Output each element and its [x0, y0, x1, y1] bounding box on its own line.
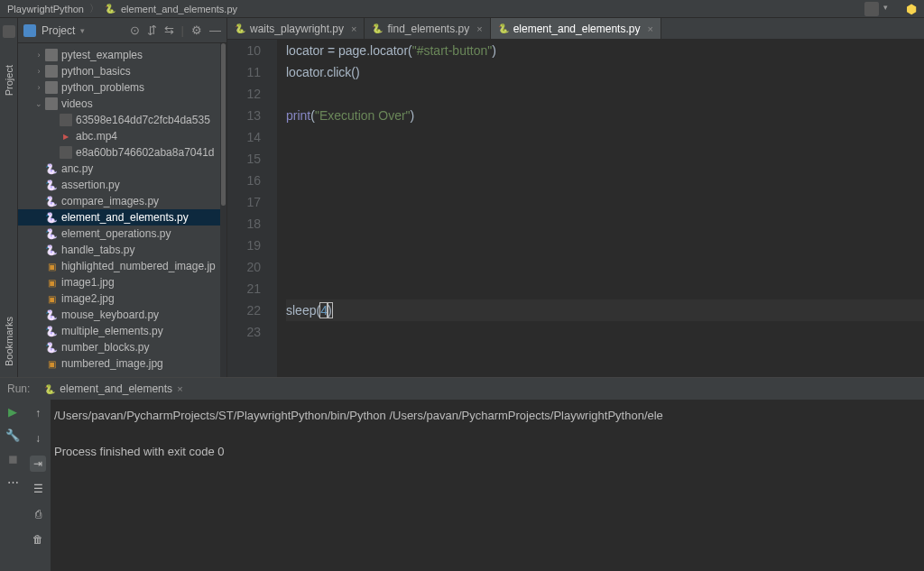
- tree-item[interactable]: handle_tabs.py: [18, 242, 226, 258]
- tree-item[interactable]: 63598e164dd7c2fcb4da535: [18, 112, 226, 128]
- tree-item-label: image2.jpg: [61, 292, 115, 305]
- python-file-icon: 🐍: [372, 23, 383, 33]
- code-editor[interactable]: 1011121314151617181920212223 locator = p…: [227, 40, 924, 377]
- more-icon[interactable]: ⋯: [5, 475, 20, 490]
- tree-item[interactable]: e8a60bb746602aba8a7041d: [18, 144, 226, 161]
- code-line[interactable]: sleep(4): [286, 299, 924, 321]
- vid-icon: [60, 130, 72, 143]
- gear-icon[interactable]: ⚙: [191, 23, 202, 37]
- code-line[interactable]: [286, 170, 924, 191]
- py-icon: [45, 195, 58, 207]
- tree-item[interactable]: ⌄videos: [18, 96, 226, 112]
- trash-icon[interactable]: 🗑: [30, 531, 46, 548]
- code-line[interactable]: [286, 213, 924, 235]
- python-icon[interactable]: ⬢: [906, 2, 917, 16]
- tree-item-label: handle_tabs.py: [61, 244, 134, 256]
- breadcrumb-file[interactable]: element_and_elements.py: [121, 4, 237, 14]
- code-line[interactable]: [286, 148, 924, 170]
- close-icon[interactable]: ×: [647, 23, 652, 34]
- down-icon[interactable]: ↓: [30, 430, 46, 447]
- tree-item[interactable]: image1.jpg: [18, 274, 226, 290]
- tree-item[interactable]: assertion.py: [18, 177, 226, 193]
- code-line[interactable]: print("Execution Over"): [286, 105, 924, 126]
- tree-item[interactable]: image2.jpg: [18, 290, 226, 307]
- tree-item[interactable]: ›pytest_examples: [18, 47, 226, 63]
- project-tool-tab[interactable]: Project: [4, 65, 14, 96]
- code-line[interactable]: locator = page.locator("#start-button"): [286, 40, 924, 61]
- tab-label: element_and_elements.py: [513, 23, 641, 35]
- tree-item[interactable]: abc.mp4: [18, 128, 226, 144]
- project-view-icon[interactable]: [23, 24, 36, 37]
- tree-item[interactable]: compare_images.py: [18, 193, 226, 209]
- project-view-label[interactable]: Project: [42, 24, 75, 37]
- play-icon[interactable]: ▶: [5, 405, 20, 419]
- generic-icon: [60, 114, 72, 126]
- code-line[interactable]: [286, 191, 924, 213]
- line-number: 19: [227, 235, 261, 256]
- collapse-icon[interactable]: ⇆: [164, 23, 174, 37]
- project-tree[interactable]: ›pytest_examples›python_basics›python_pr…: [18, 43, 226, 377]
- editor-tabs: 🐍waits_playwright.py×🐍find_elements.py×🐍…: [227, 18, 924, 40]
- expand-arrow-icon[interactable]: ›: [34, 83, 43, 92]
- tree-item[interactable]: element_operations.py: [18, 226, 226, 242]
- code-line[interactable]: [286, 321, 924, 343]
- editor-tab[interactable]: 🐍element_and_elements.py×: [491, 18, 661, 39]
- tree-item-label: anc.py: [61, 162, 93, 175]
- code-area[interactable]: locator = page.locator("#start-button")l…: [277, 40, 924, 377]
- hide-icon[interactable]: —: [209, 23, 221, 37]
- editor-tab[interactable]: 🐍waits_playwright.py×: [227, 18, 365, 39]
- bookmarks-tool-tab[interactable]: Bookmarks: [4, 317, 14, 366]
- close-icon[interactable]: ×: [177, 383, 182, 394]
- python-file-icon: 🐍: [498, 23, 509, 33]
- up-icon[interactable]: ↑: [30, 405, 46, 421]
- expand-icon[interactable]: ⇵: [147, 23, 157, 37]
- line-number: 11: [227, 61, 261, 83]
- wrench-icon[interactable]: 🔧: [5, 428, 20, 443]
- project-tool-icon[interactable]: [3, 25, 15, 38]
- tree-scrollbar-thumb[interactable]: [221, 43, 226, 206]
- chevron-down-icon[interactable]: ▾: [80, 26, 85, 35]
- close-icon[interactable]: ×: [351, 23, 356, 34]
- code-line[interactable]: [286, 235, 924, 256]
- expand-arrow-icon[interactable]: ⌄: [34, 99, 43, 108]
- tree-item[interactable]: element_and_elements.py: [18, 209, 226, 226]
- close-icon[interactable]: ×: [476, 23, 482, 34]
- breadcrumb-project[interactable]: PlaywrightPython: [7, 4, 84, 14]
- project-sidebar: Project ▾ ⊙ ⇵ ⇆ | ⚙ — ›pytest_examples›p…: [18, 18, 227, 377]
- expand-arrow-icon[interactable]: ›: [34, 51, 43, 60]
- line-number: 20: [227, 256, 261, 278]
- code-line[interactable]: [286, 126, 924, 148]
- tree-scrollbar[interactable]: [220, 43, 226, 377]
- py-icon: [45, 227, 58, 240]
- run-tab[interactable]: 🐍 element_and_elements ×: [39, 382, 188, 395]
- tree-item[interactable]: ›python_problems: [18, 79, 226, 96]
- tree-item[interactable]: mouse_keyboard.py: [18, 307, 226, 323]
- folder-icon: [45, 97, 58, 110]
- tree-item[interactable]: highlighted_numbered_image.jp: [18, 258, 226, 274]
- python-file-icon: 🐍: [235, 23, 245, 33]
- expand-arrow-icon[interactable]: ›: [34, 67, 43, 76]
- tree-item[interactable]: multiple_elements.py: [18, 323, 226, 339]
- code-line[interactable]: [286, 256, 924, 278]
- scroll-end-icon[interactable]: ☰: [30, 481, 46, 497]
- tree-item[interactable]: ›python_basics: [18, 63, 226, 79]
- py-icon: [45, 341, 58, 354]
- tree-item[interactable]: numbered_image.jpg: [18, 355, 226, 372]
- tree-item-label: highlighted_numbered_image.jp: [61, 260, 216, 272]
- console-output[interactable]: /Users/pavan/PycharmProjects/ST/Playwrig…: [51, 400, 924, 571]
- folder-icon: [45, 65, 58, 78]
- editor-tab[interactable]: 🐍find_elements.py×: [365, 18, 490, 39]
- code-line[interactable]: [286, 83, 924, 105]
- user-avatar[interactable]: [864, 2, 879, 16]
- top-breadcrumb-bar: PlaywrightPython 〉 🐍 element_and_element…: [0, 0, 924, 18]
- soft-wrap-icon[interactable]: ⇥: [30, 456, 46, 472]
- tree-item-label: videos: [61, 97, 93, 110]
- code-line[interactable]: [286, 278, 924, 299]
- stop-icon[interactable]: ◼: [5, 452, 20, 466]
- code-line[interactable]: locator.click(): [286, 61, 924, 83]
- print-icon[interactable]: ⎙: [30, 506, 46, 522]
- tree-item[interactable]: anc.py: [18, 161, 226, 177]
- folder-icon: [45, 81, 58, 94]
- target-icon[interactable]: ⊙: [130, 23, 140, 37]
- tree-item[interactable]: number_blocks.py: [18, 339, 226, 355]
